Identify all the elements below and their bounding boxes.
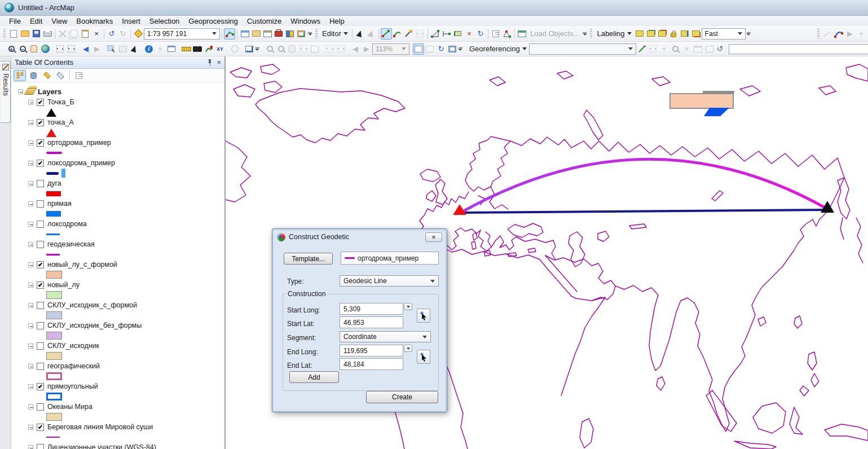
layer-visibility-checkbox[interactable] <box>37 342 44 350</box>
title-bar[interactable]: Untitled - ArcMap <box>0 0 868 16</box>
arctoolbox-button[interactable] <box>273 28 284 39</box>
layer-visibility-checkbox[interactable]: ✔ <box>37 99 44 106</box>
curve-edit-tool-button[interactable] <box>833 28 844 39</box>
layer-item[interactable]: локсодрома <box>11 219 224 239</box>
create-button[interactable]: Create <box>366 391 438 403</box>
layer-name[interactable]: ортодрома_пример <box>47 139 111 147</box>
collapse-icon[interactable] <box>28 384 33 389</box>
layer-item[interactable]: ✔ Береговая линия Мировой суши <box>11 422 224 442</box>
start-long-dropdown-button[interactable] <box>404 303 412 310</box>
type-combo[interactable]: Geodesic Line <box>340 275 439 287</box>
collapse-icon[interactable] <box>28 242 33 247</box>
add-control-points-button[interactable] <box>636 43 647 55</box>
menu-item[interactable]: Help <box>325 16 349 26</box>
layer-symbol[interactable] <box>46 311 62 319</box>
zoom-in-button[interactable]: + <box>6 43 17 55</box>
layer-item[interactable]: Океаны Мира <box>11 402 224 422</box>
refresh-view-button[interactable]: ↻ <box>435 43 447 55</box>
layer-symbol[interactable] <box>46 234 60 235</box>
delete-button[interactable]: × <box>91 28 102 39</box>
layer-name[interactable]: Точка_Б <box>47 98 74 106</box>
pan-button[interactable] <box>28 43 39 55</box>
python-window-button[interactable] <box>284 28 296 39</box>
layer-symbol[interactable] <box>46 332 62 340</box>
georeferencing-menu-button[interactable]: Georeferencing <box>467 45 529 53</box>
new-document-button[interactable] <box>8 28 19 39</box>
measure-button[interactable] <box>180 43 192 55</box>
end-long-dropdown-button[interactable] <box>404 345 412 352</box>
menu-item[interactable]: Selection <box>145 16 184 26</box>
create-features-button[interactable] <box>517 28 528 39</box>
toolbar-overflow-button[interactable] <box>307 28 313 39</box>
layer-name[interactable]: прямоугольный <box>47 382 98 390</box>
layer-visibility-checkbox[interactable]: ✔ <box>37 281 44 289</box>
layer-visibility-checkbox[interactable] <box>37 221 44 228</box>
paste-button[interactable] <box>80 28 91 39</box>
list-by-source-button[interactable] <box>27 70 39 81</box>
start-point-picker-button[interactable] <box>417 309 430 323</box>
split-tool-button[interactable] <box>452 28 464 39</box>
start-lat-input[interactable]: 46,953 <box>340 316 403 328</box>
collapse-icon[interactable] <box>28 303 33 308</box>
menu-item[interactable]: File <box>5 16 25 26</box>
layer-symbol[interactable] <box>46 129 56 137</box>
rotate-tool-button[interactable]: ↻ <box>475 28 486 39</box>
map-scale-combo[interactable]: 1:73 957 191 <box>144 28 220 39</box>
layer-symbol[interactable] <box>46 211 61 217</box>
catalog-window-button[interactable] <box>250 28 262 39</box>
collapse-icon[interactable] <box>28 222 33 227</box>
menu-item[interactable]: Windows <box>286 16 325 26</box>
layer-name[interactable]: прямая <box>47 200 72 208</box>
toolbar-overflow-button[interactable] <box>458 43 462 55</box>
menu-item[interactable]: Insert <box>117 16 145 26</box>
layer-name[interactable]: СКЛУ_исходник_без_формы <box>47 322 142 329</box>
layer-name[interactable]: Океаны Мира <box>47 403 92 411</box>
collapse-icon[interactable] <box>28 201 33 206</box>
close-icon[interactable]: × <box>217 59 221 66</box>
layer-name[interactable]: геодезическая <box>47 240 95 248</box>
segment-combo[interactable]: Coordinate <box>340 331 431 342</box>
layer-item[interactable]: ✔ точка_А <box>11 117 224 138</box>
zoom-out-button[interactable]: − <box>17 43 28 55</box>
layer-symbol[interactable] <box>46 352 62 360</box>
layer-item[interactable]: ✔ локсодрома_пример <box>11 158 224 178</box>
label-priority-button[interactable] <box>645 28 656 39</box>
reshape-feature-button[interactable] <box>430 28 441 39</box>
layer-symbol[interactable] <box>46 271 62 279</box>
layer-visibility-checkbox[interactable] <box>37 241 44 248</box>
layer-name[interactable]: новый_лу <box>47 281 80 289</box>
search-window-button[interactable] <box>262 28 273 39</box>
fixed-zoom-in-button[interactable] <box>54 43 65 55</box>
undo-button[interactable]: ↺ <box>106 28 117 39</box>
layer-item[interactable]: ✔ ортодрома_пример <box>11 138 224 158</box>
line-intersection-button[interactable]: × <box>464 28 475 39</box>
endpoint-arc-tool-button[interactable] <box>392 28 403 39</box>
find-button[interactable] <box>192 43 203 55</box>
layer-name[interactable]: точка_А <box>47 118 74 126</box>
print-button[interactable] <box>42 28 53 39</box>
close-button[interactable]: × <box>425 232 442 242</box>
layers-group-row[interactable]: Layers <box>11 86 224 97</box>
toolbar-overflow-button[interactable] <box>255 43 259 55</box>
straight-segment-tool-button[interactable] <box>381 28 392 39</box>
layer-symbol[interactable] <box>46 437 60 438</box>
layer-visibility-checkbox[interactable] <box>37 363 44 370</box>
select-features-button[interactable] <box>106 43 117 55</box>
layer-symbol[interactable] <box>46 254 60 256</box>
layer-name[interactable]: локсодрома <box>47 220 87 228</box>
menu-item[interactable]: Edit <box>25 16 47 26</box>
labeling-menu-button[interactable]: Labeling <box>594 29 633 38</box>
toolbar-overflow-button[interactable] <box>581 28 588 39</box>
go-to-xy-button[interactable]: XY <box>214 43 226 55</box>
layer-visibility-checkbox[interactable] <box>37 322 44 329</box>
select-elements-button[interactable] <box>129 43 140 55</box>
menu-item[interactable]: View <box>47 16 72 26</box>
loxodrome-line[interactable] <box>461 210 825 213</box>
find-route-button[interactable] <box>203 43 214 55</box>
cut-polygons-button[interactable] <box>441 28 452 39</box>
collapse-icon[interactable] <box>28 344 33 349</box>
template-button[interactable]: Template... <box>284 253 333 265</box>
identify-button[interactable]: i <box>143 43 155 55</box>
end-lat-input[interactable]: 48,184 <box>340 358 403 370</box>
layer-name[interactable]: СКЛУ_исходник <box>47 342 99 350</box>
